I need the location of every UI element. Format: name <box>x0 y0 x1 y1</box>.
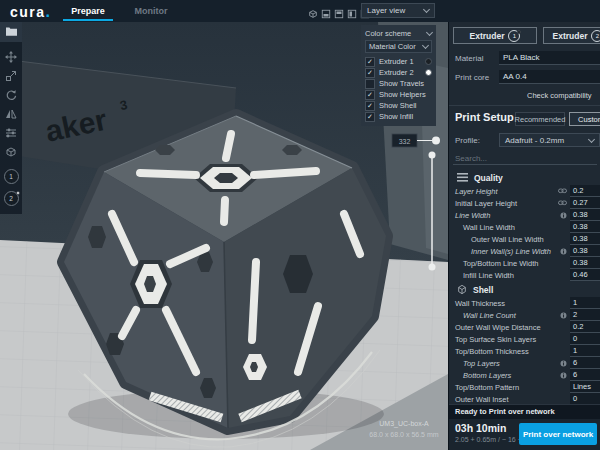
toolbar-extruder-2[interactable]: 2 <box>4 191 19 206</box>
info-icon <box>560 248 567 255</box>
setting-row-wall-thickness: Wall Thickness1 <box>449 297 600 309</box>
checkbox[interactable]: ✓ <box>365 57 375 67</box>
setting-input[interactable]: 6 <box>570 357 600 369</box>
view-3d-icon[interactable] <box>308 5 318 15</box>
tool-rotate[interactable] <box>0 86 22 105</box>
tool-per-model-settings[interactable] <box>0 124 22 143</box>
setting-row-top-bottom-thickness: Top/Bottom Thickness1 <box>449 345 600 357</box>
checkbox[interactable]: ✓ <box>365 101 375 111</box>
per-model-settings-icon <box>5 125 17 143</box>
active-tab-underline <box>63 19 113 21</box>
chevron-down-icon <box>423 6 430 13</box>
viewport[interactable]: aker 3 <box>0 22 448 450</box>
section-quality[interactable]: Quality <box>449 171 600 185</box>
setting-input[interactable]: 0 <box>570 333 600 345</box>
toolbar-extruder-1[interactable]: 1 <box>4 169 19 184</box>
extruder-2-tab[interactable]: Extruder 2 <box>543 27 600 44</box>
checkbox[interactable] <box>365 79 375 89</box>
tool-mirror[interactable] <box>0 105 22 124</box>
setting-row-inner-wall-s-line-width: Inner Wall(s) Line Width0.38 <box>449 245 600 257</box>
mirror-icon <box>5 106 17 124</box>
view-mode-value: Layer view <box>367 6 405 15</box>
setting-input[interactable]: 0.2 <box>570 321 600 333</box>
print-over-network-button[interactable]: Print over network <box>519 423 597 445</box>
toggle-extruder-1[interactable]: ✓Extruder 1 <box>365 56 432 67</box>
setting-input[interactable]: 2 <box>570 309 600 321</box>
toggle-show-infill[interactable]: ✓Show Infill <box>365 111 432 122</box>
toggle-extruder-2[interactable]: ✓Extruder 2 <box>365 67 432 78</box>
setting-input[interactable]: 0.38 <box>570 221 600 233</box>
setting-row-bottom-layers: Bottom Layers6 <box>449 369 600 381</box>
toggle-show-helpers[interactable]: ✓Show Helpers <box>365 89 432 100</box>
setting-row-initial-layer-height: Initial Layer Height0.27 <box>449 197 600 209</box>
chevron-down-icon <box>426 28 433 35</box>
setting-input[interactable]: 0.38 <box>570 209 600 221</box>
print-core-select[interactable]: AA 0.4 <box>499 70 600 84</box>
setting-row-wall-line-width: Wall Line Width0.38 <box>449 221 600 233</box>
checkbox[interactable]: ✓ <box>365 68 375 78</box>
color-scheme-select[interactable]: Material Color <box>365 40 432 53</box>
extruder-1-number: 1 <box>508 30 520 42</box>
extruder-2-number: 2 <box>591 30 600 42</box>
tool-support-blocker[interactable] <box>0 143 22 162</box>
setting-input[interactable]: 1 <box>570 345 600 357</box>
setting-input[interactable]: 0.46 <box>570 269 600 281</box>
setting-label: Inner Wall(s) Line Width <box>471 247 551 256</box>
setting-dropdown[interactable]: Lines <box>570 381 600 393</box>
color-scheme-header[interactable]: Color scheme <box>365 28 432 38</box>
setting-input[interactable]: 1 <box>570 297 600 309</box>
layer-slider-upper-handle[interactable] <box>429 152 436 159</box>
setting-row-top-bottom-line-width: Top/Bottom Line Width0.38 <box>449 257 600 269</box>
search-input[interactable] <box>453 152 597 165</box>
layer-slider-top-handle[interactable] <box>432 137 440 145</box>
setting-label: Wall Line Width <box>463 223 515 232</box>
setting-input[interactable]: 0.27 <box>570 197 600 209</box>
check-compatibility-link[interactable]: Check compatibility <box>527 91 592 100</box>
section-shell[interactable]: Shell <box>449 283 600 297</box>
custom-mode-button[interactable]: Custom <box>569 112 600 126</box>
open-file-button[interactable] <box>0 22 22 42</box>
toolbar-extruder2-dot <box>16 191 20 195</box>
extruder-1-tab[interactable]: Extruder 1 <box>453 27 537 44</box>
color-scheme-value: Material Color <box>369 42 416 51</box>
tab-monitor[interactable]: Monitor <box>128 0 174 22</box>
setting-input[interactable]: 0.2 <box>570 185 600 197</box>
print-core-label: Print core <box>455 73 489 82</box>
tool-scale[interactable] <box>0 67 22 86</box>
toggle-show-shell[interactable]: ✓Show Shell <box>365 100 432 111</box>
setting-label: Line Width <box>455 211 490 220</box>
chevron-down-icon <box>422 42 429 49</box>
profile-dropdown[interactable]: Adafruit - 0.2mm <box>499 133 600 147</box>
setting-label: Outer Wall Inset <box>455 395 509 404</box>
recommended-mode-button[interactable]: Recommended <box>515 112 565 126</box>
tool-move[interactable] <box>0 48 22 67</box>
print-time: 03h 10min <box>455 422 506 434</box>
toggle-label: Show Helpers <box>379 90 426 99</box>
view-top-icon[interactable] <box>334 5 344 15</box>
setting-label: Top Surface Skin Layers <box>455 335 536 344</box>
layer-slider-bottom-handle[interactable] <box>429 264 436 271</box>
setting-input[interactable]: 0.38 <box>570 245 600 257</box>
info-icon <box>560 312 567 319</box>
setting-input[interactable]: 6 <box>570 369 600 381</box>
setting-label: Infill Line Width <box>463 271 514 280</box>
toggle-label: Show Infill <box>379 112 413 121</box>
top-bar: cura. Prepare Monitor Layer view <box>0 0 600 22</box>
cura-window: cura. Prepare Monitor Layer view <box>0 0 600 450</box>
rotate-icon <box>5 87 17 105</box>
profile-value: Adafruit - 0.2mm <box>505 136 564 145</box>
view-left-icon[interactable] <box>347 5 357 15</box>
toggle-show-travels[interactable]: Show Travels <box>365 78 432 89</box>
checkbox[interactable]: ✓ <box>365 112 375 122</box>
layer-view-toggles: ✓Extruder 1✓Extruder 2Show Travels✓Show … <box>365 56 432 122</box>
material-select[interactable]: PLA Black <box>499 51 600 65</box>
view-front-icon[interactable] <box>321 5 331 15</box>
model-name: UM3_UC-box-A <box>379 420 429 428</box>
setting-label: Wall Line Count <box>463 311 516 320</box>
checkbox[interactable]: ✓ <box>365 90 375 100</box>
setting-input[interactable]: 0.38 <box>570 233 600 245</box>
shell-icon <box>457 284 467 297</box>
view-mode-dropdown[interactable]: Layer view <box>361 3 435 18</box>
setting-row-top-surface-skin-layers: Top Surface Skin Layers0 <box>449 333 600 345</box>
setting-input[interactable]: 0.38 <box>570 257 600 269</box>
